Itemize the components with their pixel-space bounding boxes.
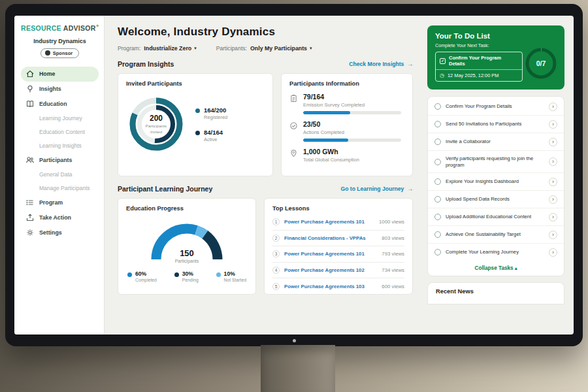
go-to-learning-journey-link[interactable]: Go to Learning Journey → [340, 186, 413, 192]
task-label: Upload Spend Data Records [446, 196, 544, 203]
chevron-right-icon[interactable]: › [549, 120, 557, 129]
top-lessons-card: Top Lessons 1 Power Purchase Agreements … [264, 198, 413, 295]
settings-icon [25, 228, 35, 237]
checkbox-icon[interactable] [434, 139, 441, 145]
task-label: Invite a Collaborator [446, 139, 544, 145]
progress-bar [303, 139, 401, 142]
lesson-views: 600 views [382, 284, 404, 289]
program-icon [25, 198, 35, 207]
sidebar-item-label: Education [39, 101, 67, 107]
sidebar-item-education[interactable]: Education [21, 97, 99, 112]
task-label: Complete Your Learning Journey [446, 249, 544, 255]
lesson-rank: 5 [272, 283, 280, 290]
todo-summary-card: Your To Do List Complete Your Next Task:… [427, 25, 564, 90]
chevron-right-icon[interactable]: › [549, 195, 557, 204]
sidebar-item-take-action[interactable]: Take Action [21, 210, 99, 225]
chevron-down-icon: ▾ [310, 46, 312, 51]
education-icon [25, 99, 35, 108]
stat-row: 1,000 GWh Total Global Consumption [289, 148, 404, 163]
clock-icon: ◷ [440, 73, 444, 78]
home-icon [25, 69, 35, 78]
sidebar-nav: Home Insights Education Learning Journey… [21, 67, 99, 240]
checkbox-icon[interactable] [434, 159, 441, 165]
checkbox-icon[interactable] [434, 249, 441, 255]
chevron-right-icon[interactable]: › [549, 213, 557, 221]
task-row[interactable]: Complete Your Learning Journey › [428, 244, 564, 261]
main-content: Welcome, Industry Dynamics Program: Indu… [105, 16, 423, 335]
checkbox-icon[interactable] [434, 178, 441, 185]
checkbox-icon[interactable] [434, 121, 441, 127]
sidebar-item-label: Insights [39, 86, 61, 92]
chevron-right-icon[interactable]: › [549, 138, 557, 146]
check-more-insights-link[interactable]: Check More Insights → [349, 61, 413, 67]
stat-label: Total Global Consumption [303, 157, 404, 163]
sponsor-badge-label: Sponsor [53, 50, 73, 56]
section-title: Program Insights [118, 60, 174, 68]
chevron-right-icon[interactable]: › [549, 231, 557, 239]
legend-label: Not Started [224, 278, 246, 282]
task-row[interactable]: Verify participants requesting to join t… [428, 151, 564, 173]
program-insights-header: Program Insights Check More Insights → [118, 60, 413, 68]
chevron-up-icon: ▴ [515, 266, 517, 270]
task-row[interactable]: Invite a Collaborator › [428, 133, 564, 151]
participants-filter-value: Only My Participants [250, 45, 307, 52]
lesson-link[interactable]: Financial Considerations - VPPAs [284, 235, 377, 241]
collapse-tasks-button[interactable]: Collapse Tasks ▴ [428, 261, 564, 274]
monitor-bezel: RESOURCE ADVISOR+ Industry Dynamics Spon… [5, 4, 583, 346]
legend-dot-pending [174, 272, 179, 277]
sidebar-item-insights[interactable]: Insights [21, 82, 99, 97]
sidebar-item-home[interactable]: Home [21, 67, 99, 82]
lesson-row: 1 Power Purchase Agreements 101 1000 vie… [272, 214, 404, 231]
sidebar-item-participants[interactable]: Participants [21, 153, 99, 168]
task-row[interactable]: Upload Additional Educational Content › [428, 208, 564, 226]
next-task-box[interactable]: ✓ Confirm Your Program Details ◷ 12 May … [435, 52, 523, 82]
checkbox-icon[interactable] [434, 231, 441, 238]
sidebar-item-education-content[interactable]: Education Content [21, 125, 99, 139]
sidebar-item-program[interactable]: Program [21, 195, 99, 210]
chevron-right-icon[interactable]: › [549, 103, 557, 111]
task-row[interactable]: Upload Spend Data Records › [428, 191, 564, 208]
task-label: Achieve One Sustainability Target [446, 231, 544, 238]
task-row[interactable]: Achieve One Sustainability Target › [428, 226, 564, 244]
task-row[interactable]: Explore Your Insights Dashboard › [428, 173, 564, 191]
chevron-right-icon[interactable]: › [549, 157, 557, 166]
todo-title: Your To Do List [435, 32, 557, 40]
checkbox-icon[interactable] [434, 196, 441, 203]
checkbox-icon[interactable] [434, 214, 441, 220]
task-row[interactable]: Confirm Your Program Details › [428, 98, 564, 116]
sidebar-item-learning-insights[interactable]: Learning Insights [21, 139, 99, 153]
participants-icon [25, 155, 35, 165]
lesson-link[interactable]: Power Purchase Agreements 103 [284, 284, 377, 289]
sidebar-item-manage-participants[interactable]: Manage Participants [21, 182, 99, 195]
chevron-right-icon[interactable]: › [549, 248, 557, 257]
learning-journey-header: Participant Learning Journey Go to Learn… [118, 185, 413, 193]
checkbox-icon[interactable] [434, 103, 441, 110]
lesson-link[interactable]: Power Purchase Agreements 102 [284, 267, 377, 273]
recent-news-header[interactable]: Recent News [427, 282, 564, 304]
card-title: Invited Participants [126, 80, 265, 87]
next-task-row: ✓ Confirm Your Program Details [436, 52, 522, 69]
collapse-label: Collapse Tasks [475, 265, 514, 271]
sidebar-item-learning-journey[interactable]: Learning Journey [21, 112, 99, 125]
education-progress-card: Education Progress 150 Participants [118, 198, 256, 295]
sidebar-item-settings[interactable]: Settings [21, 225, 99, 240]
lesson-views: 1000 views [379, 219, 404, 225]
stat-value: 23/50 [303, 120, 404, 128]
donut-center-label: 200 Participants Invited [126, 94, 186, 154]
task-row[interactable]: Send 50 Invitations to Participants › [428, 116, 564, 133]
lesson-link[interactable]: Power Purchase Agreements 101 [284, 219, 374, 225]
next-task-due: 12 May 2025, 12:00 PM [448, 73, 498, 78]
donut-chart: 200 Participants Invited 164/200 Registe… [126, 94, 265, 154]
participants-filter-dropdown[interactable]: Participants: Only My Participants ▾ [216, 45, 312, 52]
chevron-right-icon[interactable]: › [549, 178, 557, 186]
program-filter-dropdown[interactable]: Program: Industrialize Zero ▾ [118, 45, 197, 52]
lesson-row: 3 Power Purchase Agreements 101 793 view… [272, 246, 404, 263]
sidebar-item-general-data[interactable]: General Data [21, 168, 99, 182]
link-label: Go to Learning Journey [340, 186, 404, 192]
gauge-center-caption: Participants [145, 259, 229, 263]
gauge-center-label: 150 Participants [145, 248, 229, 263]
lesson-link[interactable]: Power Purchase Agreements 101 [284, 251, 377, 257]
sidebar-item-label: Home [39, 71, 55, 77]
check-glyph: ✓ [441, 59, 444, 63]
participants-information-card: Participants Information 79/164 Emission… [281, 73, 413, 176]
